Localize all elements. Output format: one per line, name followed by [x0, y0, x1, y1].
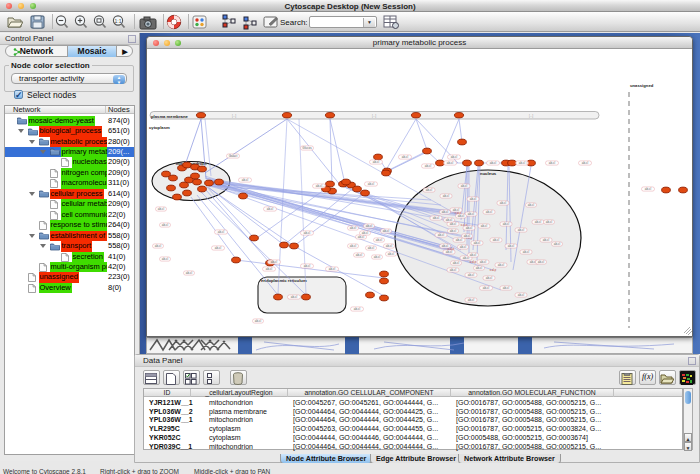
- svg-text:ab-cl: ab-cl: [476, 266, 483, 270]
- svg-text:ab-cl: ab-cl: [368, 246, 375, 250]
- svg-text:ab-cl: ab-cl: [316, 184, 323, 188]
- svg-text:ab-cl: ab-cl: [267, 207, 274, 211]
- svg-text:ab-cl: ab-cl: [186, 271, 193, 275]
- svg-text:ab-cl: ab-cl: [162, 223, 169, 227]
- svg-text:ab-cl: ab-cl: [374, 255, 381, 259]
- svg-text:ab-cl: ab-cl: [508, 244, 515, 248]
- svg-text:ab-cl: ab-cl: [450, 222, 457, 226]
- svg-text:ab-cl: ab-cl: [549, 161, 556, 165]
- svg-text:ab-cl: ab-cl: [329, 267, 336, 271]
- svg-text:ab-cl: ab-cl: [383, 229, 390, 233]
- svg-text:ab-cl: ab-cl: [486, 210, 493, 214]
- svg-text:x-al-p: x-al-p: [470, 260, 477, 264]
- svg-text:Glucos: Glucos: [302, 146, 312, 150]
- svg-text:[...]: [...]: [372, 114, 376, 118]
- svg-text:ab-cl: ab-cl: [498, 263, 505, 267]
- svg-text:unassigned: unassigned: [630, 83, 654, 88]
- svg-text:ab-cl: ab-cl: [402, 155, 409, 159]
- svg-text:ab-cl: ab-cl: [453, 261, 460, 265]
- svg-text:ab-cl: ab-cl: [460, 245, 467, 249]
- svg-text:ab-cl: ab-cl: [447, 161, 454, 165]
- svg-text:ab-cl: ab-cl: [354, 307, 361, 311]
- svg-text:ab-cl: ab-cl: [451, 155, 458, 159]
- svg-text:ab-cl: ab-cl: [546, 220, 553, 224]
- svg-text:ab-cl: ab-cl: [493, 238, 500, 242]
- svg-text:ab-cl: ab-cl: [155, 244, 162, 248]
- svg-text:ab-cl: ab-cl: [386, 244, 393, 248]
- svg-text:ab-cl: ab-cl: [450, 229, 457, 233]
- svg-text:ab-cl: ab-cl: [368, 182, 375, 186]
- svg-text:ab-cl: ab-cl: [215, 246, 222, 250]
- svg-text:ab-cl: ab-cl: [468, 298, 475, 302]
- svg-text:ab-cl: ab-cl: [528, 203, 535, 207]
- svg-text:ab-cl: ab-cl: [466, 226, 473, 230]
- svg-text:ab-cl: ab-cl: [438, 233, 445, 237]
- svg-text:ab-cl: ab-cl: [538, 260, 545, 264]
- svg-text:ab-cl: ab-cl: [582, 161, 589, 165]
- svg-text:ab-cl: ab-cl: [358, 235, 365, 239]
- svg-text:ab-cl: ab-cl: [158, 207, 165, 211]
- svg-text:ab-cl: ab-cl: [543, 238, 550, 242]
- svg-text:ab-cl: ab-cl: [481, 224, 488, 228]
- svg-text:ab-cl: ab-cl: [518, 293, 525, 297]
- svg-text:ab-cl: ab-cl: [490, 161, 497, 165]
- svg-text:ab-cl: ab-cl: [461, 184, 468, 188]
- svg-text:ab-cl: ab-cl: [554, 242, 561, 246]
- svg-text:1:1: 1:1: [115, 18, 122, 24]
- svg-text:ab-cl: ab-cl: [645, 187, 652, 191]
- svg-text:ab-cl: ab-cl: [468, 273, 475, 277]
- svg-text:[...]: [...]: [232, 114, 236, 118]
- svg-text:ab-cl: ab-cl: [486, 276, 493, 280]
- svg-text:[...]: [...]: [529, 114, 533, 118]
- svg-text:ab-cl: ab-cl: [376, 238, 383, 242]
- svg-text:ab-cl: ab-cl: [503, 286, 510, 290]
- svg-text:ab-cl: ab-cl: [362, 231, 369, 235]
- svg-text:ab-cl: ab-cl: [425, 164, 432, 168]
- svg-text:ab-cl: ab-cl: [356, 253, 363, 257]
- svg-text:ab-cl: ab-cl: [535, 220, 542, 224]
- svg-text:ab-cl: ab-cl: [523, 250, 530, 254]
- svg-text:ab-cl: ab-cl: [458, 214, 465, 218]
- svg-text:ab-cl: ab-cl: [266, 267, 273, 271]
- svg-text:x-al-p: x-al-p: [490, 268, 497, 272]
- svg-text:plasma membrane: plasma membrane: [151, 114, 188, 119]
- svg-text:ab-cl: ab-cl: [483, 286, 490, 290]
- svg-text:Galact: Galact: [229, 154, 238, 158]
- svg-text:ab-cl: ab-cl: [518, 228, 525, 232]
- svg-text:ab-cl: ab-cl: [350, 244, 357, 248]
- svg-text:ab-cl: ab-cl: [366, 224, 373, 228]
- svg-text:ab-cl: ab-cl: [503, 222, 510, 226]
- svg-text:ab-cl: ab-cl: [426, 188, 433, 192]
- svg-text:ab-cl: ab-cl: [350, 226, 357, 230]
- svg-text:ab-cl: ab-cl: [519, 161, 526, 165]
- svg-text:ab-cl: ab-cl: [470, 197, 477, 201]
- svg-text:ab-cl: ab-cl: [450, 268, 457, 272]
- svg-text:ab-cl: ab-cl: [453, 208, 460, 212]
- svg-text:ab-cl: ab-cl: [255, 319, 262, 323]
- svg-text:ab-cl: ab-cl: [304, 231, 311, 235]
- svg-text:ab-cl: ab-cl: [474, 241, 481, 245]
- svg-text:ab-cl: ab-cl: [468, 212, 475, 216]
- svg-text:ab-cl: ab-cl: [218, 230, 225, 234]
- svg-text:ab-cl: ab-cl: [446, 218, 453, 222]
- svg-text:ab-cl: ab-cl: [470, 253, 477, 257]
- svg-text:ab-cl: ab-cl: [456, 238, 463, 242]
- svg-text:ab-cl: ab-cl: [442, 210, 449, 214]
- svg-text:ab-cl: ab-cl: [304, 264, 311, 268]
- svg-text:ab-cl: ab-cl: [271, 260, 278, 264]
- svg-text:ab-cl: ab-cl: [242, 178, 249, 182]
- svg-text:cytoplasm: cytoplasm: [149, 125, 170, 130]
- svg-text:ab-cl: ab-cl: [500, 201, 507, 205]
- svg-text:ab-cl: ab-cl: [291, 295, 298, 299]
- svg-text:nucleus: nucleus: [480, 171, 497, 176]
- svg-text:ab-cl: ab-cl: [433, 216, 440, 220]
- svg-text:endoplasmic reticulum: endoplasmic reticulum: [261, 278, 307, 283]
- svg-text:ab-cl: ab-cl: [162, 257, 169, 261]
- svg-text:ab-cl: ab-cl: [446, 250, 453, 254]
- svg-text:ab-cl: ab-cl: [480, 260, 487, 264]
- svg-text:ab-cl: ab-cl: [442, 244, 449, 248]
- svg-text:ab-cl: ab-cl: [373, 160, 380, 164]
- svg-text:ab-cl: ab-cl: [443, 194, 450, 198]
- svg-text:ab-cl: ab-cl: [388, 252, 395, 256]
- svg-text:ab-cl: ab-cl: [464, 234, 471, 238]
